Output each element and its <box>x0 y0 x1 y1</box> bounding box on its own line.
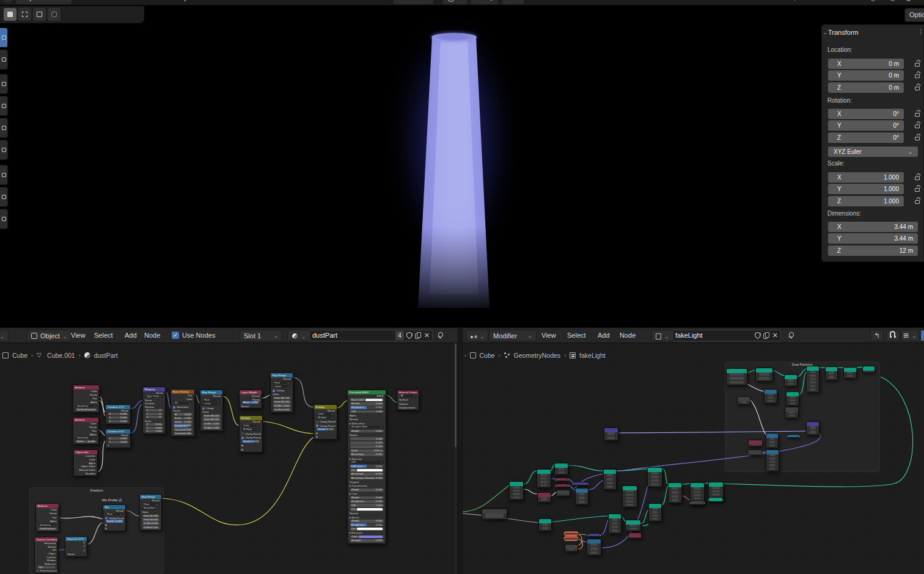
node-header[interactable]: Multiply <box>240 416 262 420</box>
nodetree-browse-dropdown[interactable]: ⌄ <box>651 330 673 341</box>
node-socket[interactable] <box>240 441 240 443</box>
node-socket[interactable] <box>314 429 315 431</box>
node-value-field[interactable]: Metallic0.000 <box>350 402 384 405</box>
node-value-field[interactable]: From Max0.000 <box>142 518 160 521</box>
node-link[interactable] <box>100 397 105 412</box>
select-invert-button[interactable] <box>48 8 61 21</box>
node-socket[interactable] <box>57 542 57 544</box>
breadcrumb-item[interactable]: Cube <box>480 352 495 359</box>
node-enum-dropdown[interactable]: All⌄ <box>400 394 417 398</box>
lock-icon[interactable] <box>914 197 922 205</box>
node-socket[interactable] <box>57 556 57 558</box>
node-combine-xyz[interactable]: Combine XYZVectorX0.000Y0.000Z0.000 <box>105 404 131 424</box>
node-header[interactable] <box>557 490 570 495</box>
node-value-field[interactable]: To Max1.000 <box>142 526 160 529</box>
mode-dropdown[interactable]: Object Mode⌄ <box>16 0 72 4</box>
node-map-range[interactable]: Map RangeResultFloat⌄Linear⌄✓ ClampValue… <box>270 372 293 413</box>
node-map-range[interactable]: Map RangeResultFloat⌄Linear⌄✓ ClampValue… <box>200 390 223 431</box>
node-socket[interactable] <box>200 420 201 421</box>
node-link[interactable] <box>641 510 648 523</box>
node-header[interactable] <box>738 397 750 401</box>
node-generic[interactable] <box>556 478 568 481</box>
node-socket[interactable] <box>703 502 705 504</box>
node-checkbox[interactable] <box>241 432 244 435</box>
node-socket[interactable] <box>98 423 98 424</box>
node-value-field[interactable]: Roughness0.798 <box>174 424 193 427</box>
node-socket[interactable] <box>567 485 569 487</box>
node-separate-xyz[interactable]: Separate XYZXYZVector <box>65 536 87 557</box>
transform-scale-x[interactable]: X1.000 <box>828 172 904 183</box>
node-generic[interactable] <box>537 469 551 488</box>
node-socket[interactable] <box>103 521 104 523</box>
node-object-info[interactable]: Object InfoLocationColorAlphaObject Inde… <box>73 449 98 476</box>
shader-type-dropdown[interactable]: Object⌄ <box>27 330 72 341</box>
node-link[interactable] <box>662 469 668 484</box>
node-attribute[interactable]: AttributeColorVectorFacAlphaGeometry⌄Nam… <box>35 503 59 532</box>
node-header[interactable] <box>826 367 837 371</box>
node-socket[interactable] <box>57 553 57 554</box>
node-header[interactable]: Attribute <box>36 504 59 508</box>
node-socket[interactable] <box>787 435 788 437</box>
node-enum-dropdown[interactable]: Float⌄ <box>142 503 160 506</box>
node-header[interactable]: Attribute <box>73 418 98 422</box>
snap-magnet-icon[interactable] <box>886 330 900 341</box>
breadcrumb-item[interactable]: GeometryNodes <box>514 352 560 359</box>
node-enum-dropdown[interactable]: Linear⌄ <box>273 385 291 388</box>
node-generic[interactable] <box>556 484 568 487</box>
node-socket[interactable] <box>348 399 348 401</box>
node-link[interactable] <box>578 534 587 535</box>
rotate-tool[interactable] <box>0 96 8 116</box>
node-socket[interactable] <box>348 501 348 503</box>
node-color-field[interactable]: Color <box>350 536 384 539</box>
node-link[interactable] <box>578 534 582 545</box>
node-value-field[interactable]: Y0° <box>145 413 163 415</box>
panel-collapse-icon[interactable]: ⌄ <box>822 29 828 35</box>
node-generic[interactable] <box>784 374 798 387</box>
node-value-field[interactable]: Y0.002 <box>108 441 128 443</box>
node-socket[interactable] <box>348 540 348 542</box>
node-header[interactable] <box>649 504 661 508</box>
node-socket[interactable] <box>106 413 106 415</box>
node-value-field[interactable]: X6.610 <box>145 423 163 426</box>
node-socket[interactable] <box>86 542 87 544</box>
node-header[interactable]: Map Range <box>140 495 161 499</box>
node-socket[interactable] <box>103 528 104 529</box>
node-value-field[interactable]: 0.200 <box>350 441 384 445</box>
node-socket[interactable] <box>171 410 172 412</box>
node-header[interactable]: Mix <box>103 505 125 509</box>
node-socket[interactable] <box>143 406 144 408</box>
node-socket[interactable] <box>200 415 201 417</box>
node-socket[interactable] <box>708 499 710 501</box>
node-generic[interactable] <box>537 492 551 503</box>
node-mapping[interactable]: MappingVectorType: Point⌄VectorLocationR… <box>142 387 166 434</box>
node-enum-dropdown[interactable]: Geometry⌄ <box>76 405 97 408</box>
node-header[interactable] <box>629 533 641 537</box>
node-checkbox[interactable]: ✓ <box>316 424 318 427</box>
node-socket[interactable] <box>57 563 57 565</box>
transform-dimensions-z[interactable]: Z12 m <box>828 245 918 256</box>
node-socket[interactable] <box>200 424 201 426</box>
node-header[interactable] <box>565 545 578 549</box>
node-socket[interactable] <box>563 538 565 540</box>
node-socket[interactable] <box>261 395 262 397</box>
node-socket[interactable] <box>140 527 141 529</box>
node-noise-texture[interactable]: Noise TextureFacColor4D⌄✓ NormalizeVecto… <box>170 389 195 437</box>
node-socket[interactable] <box>98 402 99 404</box>
node-header[interactable]: Combine XYZ <box>106 429 130 434</box>
node-socket[interactable] <box>348 407 348 409</box>
node-socket[interactable] <box>555 485 557 487</box>
node-socket[interactable] <box>58 513 59 515</box>
editor-type-dropdown[interactable]: ⌄ <box>466 330 488 341</box>
node-generic[interactable] <box>509 481 524 500</box>
node-checkbox[interactable]: ✓ <box>273 390 275 392</box>
node-checkbox[interactable] <box>316 421 318 423</box>
node-link[interactable] <box>386 395 397 402</box>
slot-dropdown[interactable]: Slot 1⌄ <box>240 330 282 341</box>
node-enum-dropdown[interactable]: Random Walk⌄ <box>350 426 384 429</box>
node-socket[interactable] <box>240 402 240 404</box>
node-socket[interactable] <box>57 550 57 551</box>
node-socket[interactable] <box>194 395 194 397</box>
menu-node[interactable]: Node <box>620 328 636 343</box>
node-value-field[interactable]: 0.100 <box>350 445 384 448</box>
cursor-tool[interactable] <box>0 49 8 70</box>
